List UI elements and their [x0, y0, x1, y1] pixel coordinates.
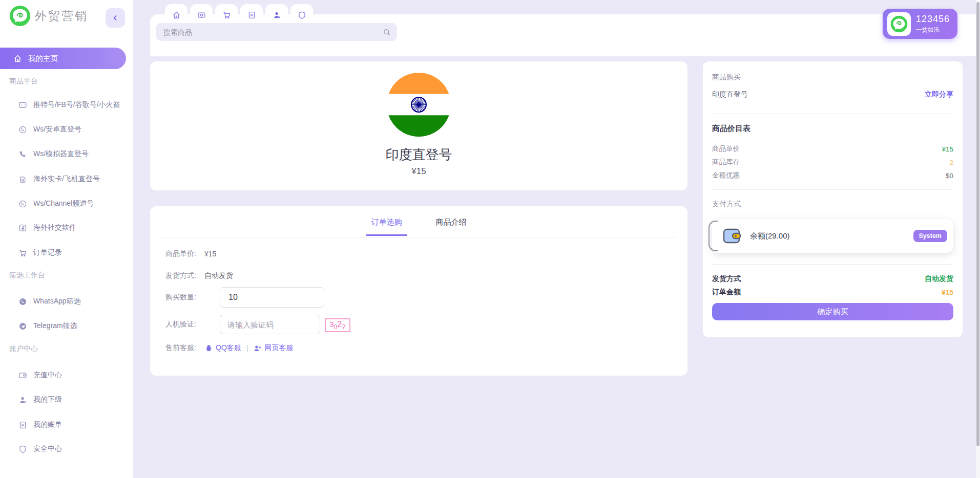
tab-order-select[interactable]: 订单选购	[366, 218, 407, 236]
confirm-buy-button[interactable]: 确定购买	[712, 303, 953, 320]
sidebar-item-ws-channel[interactable]: Ws/Channel频道号	[0, 197, 133, 210]
tab-home[interactable]	[165, 4, 187, 21]
sidebar-item-bills[interactable]: 我的账单	[0, 418, 133, 431]
captcha-image[interactable]: 3027	[325, 318, 350, 332]
sidebar-item-recharge[interactable]: 充值中心	[0, 368, 133, 382]
row-service: 售前客服: QQ客服 | 网页客服	[165, 343, 293, 353]
phone-icon	[18, 150, 27, 159]
bill-icon	[18, 421, 27, 429]
user-tagline: 一贫如洗	[916, 26, 950, 34]
service-label: 售前客服:	[165, 343, 204, 353]
row-unit-price: 商品单价: ¥15	[165, 249, 216, 258]
home-icon	[172, 11, 181, 19]
web-service-label: 网页客服	[264, 343, 293, 353]
sidebar-item-subordinates[interactable]: 我的下级	[0, 393, 133, 406]
scrollbar-thumb[interactable]	[976, 2, 979, 446]
pricelist-row: 金额优惠 $0	[712, 171, 953, 180]
order-tabs: 订单选购 商品介绍	[150, 218, 687, 236]
sidebar-item-order-history[interactable]: 订单记录	[0, 246, 133, 259]
sidebar-item-social-accounts[interactable]: 推特号/FB号/谷歌号/小火箭	[0, 98, 133, 112]
qq-icon	[204, 344, 213, 353]
divider	[160, 237, 676, 237]
payment-method-name: 余额(29.00)	[750, 231, 790, 241]
sidebar-item-security[interactable]: 安全中心	[0, 442, 133, 455]
summary-row-amount: 订单金额 ¥15	[712, 288, 953, 297]
header-icon-tabs	[165, 4, 313, 21]
divider	[712, 264, 953, 265]
chat-icon	[18, 101, 27, 110]
sidebar-item-label: 我的主页	[28, 54, 58, 63]
discount-value: $0	[946, 172, 953, 180]
sidebar-item-ws-android[interactable]: Ws/安卓直登号	[0, 123, 133, 136]
home-icon	[13, 54, 22, 63]
brand: 外贸营销	[9, 5, 88, 27]
sidebar-item-telegram-filter[interactable]: Telegram筛选	[0, 319, 133, 333]
brand-logo-icon	[9, 5, 31, 27]
service-separator: |	[246, 344, 248, 352]
sidebar-section-account: 账户中心	[9, 344, 38, 354]
web-service-link[interactable]: 网页客服	[253, 343, 293, 353]
app-page: 外贸营销 我的主页 商品平台 推特号/FB号/谷歌号/小火箭 Ws/安卓直登号 …	[0, 0, 980, 478]
product-price: ¥15	[150, 166, 687, 177]
product-card: 印度直登号 ¥15	[150, 61, 687, 190]
divider	[712, 189, 953, 190]
wallet-icon	[18, 371, 27, 380]
wallet-icon	[722, 227, 742, 245]
facebook-icon	[18, 224, 27, 232]
scrollbar-track	[976, 0, 980, 478]
captcha-input[interactable]	[220, 315, 320, 334]
payment-system-badge: System	[913, 230, 947, 242]
shield-icon	[298, 11, 306, 19]
quantity-label: 购买数量:	[165, 293, 204, 302]
shield-icon	[18, 445, 27, 453]
delivery-label: 发货方式:	[165, 271, 204, 280]
stock-value: 2	[949, 159, 953, 166]
sidebar-item-ws-emulator[interactable]: Ws/模拟器直登号	[0, 147, 133, 161]
tab-cart[interactable]	[215, 4, 238, 21]
card-icon	[197, 11, 206, 19]
search-icon[interactable]	[383, 28, 391, 36]
quantity-input[interactable]	[220, 287, 324, 308]
telegram-icon	[18, 322, 27, 331]
search-input[interactable]	[156, 28, 383, 36]
person-plus-icon	[253, 344, 262, 353]
sidebar-section-filter: 筛选工作台	[9, 271, 45, 280]
pricelist-row: 商品单价 ¥15	[712, 144, 953, 154]
panel-product-name: 印度直登号	[712, 90, 748, 99]
row-delivery: 发货方式: 自动发货	[165, 271, 233, 280]
cart-icon	[18, 249, 27, 257]
person-star-icon	[273, 11, 281, 19]
tab-recharge[interactable]	[190, 4, 213, 21]
panel-product-row: 印度直登号 立即分享	[712, 90, 953, 99]
tab-security[interactable]	[290, 4, 313, 21]
user-badge[interactable]: 123456 一贫如洗	[883, 9, 957, 39]
brand-name: 外贸营销	[35, 8, 88, 24]
sidebar: 外贸营销 我的主页 商品平台 推特号/FB号/谷歌号/小火箭 Ws/安卓直登号 …	[0, 0, 133, 478]
cart-icon	[222, 11, 231, 19]
whatsapp-icon	[18, 200, 27, 208]
whatsapp-icon	[18, 125, 27, 134]
product-title: 印度直登号	[150, 146, 687, 164]
sim-card-icon	[18, 175, 27, 184]
delivery-value: 自动发货	[204, 271, 233, 280]
unit-price-label: 商品单价:	[165, 249, 204, 258]
bill-icon	[247, 11, 256, 19]
india-flag-image	[387, 73, 451, 137]
unit-price-value: ¥15	[204, 250, 216, 258]
tab-bills[interactable]	[240, 4, 263, 21]
sidebar-collapse-button[interactable]	[106, 8, 125, 28]
sidebar-item-whatsapp-filter[interactable]: WhatsApp筛选	[0, 295, 133, 308]
share-link[interactable]: 立即分享	[925, 90, 953, 99]
payment-title: 支付方式	[712, 200, 741, 209]
sidebar-item-overseas-social[interactable]: 海外社交软件	[0, 221, 133, 234]
summary-row-delivery: 发货方式 自动发货	[712, 274, 953, 284]
unit-price-value: ¥15	[942, 145, 953, 153]
tab-subordinates[interactable]	[265, 4, 288, 21]
sidebar-item-sim-telegram[interactable]: 海外实卡/飞机直登号	[0, 172, 133, 186]
person-star-icon	[18, 396, 27, 404]
user-meta: 123456 一贫如洗	[916, 14, 950, 34]
sidebar-item-home[interactable]: 我的主页	[0, 48, 126, 69]
tab-product-intro[interactable]: 商品介绍	[431, 218, 472, 236]
payment-method-balance[interactable]: 余额(29.00) System	[712, 219, 953, 253]
qq-service-link[interactable]: QQ客服	[204, 343, 241, 353]
